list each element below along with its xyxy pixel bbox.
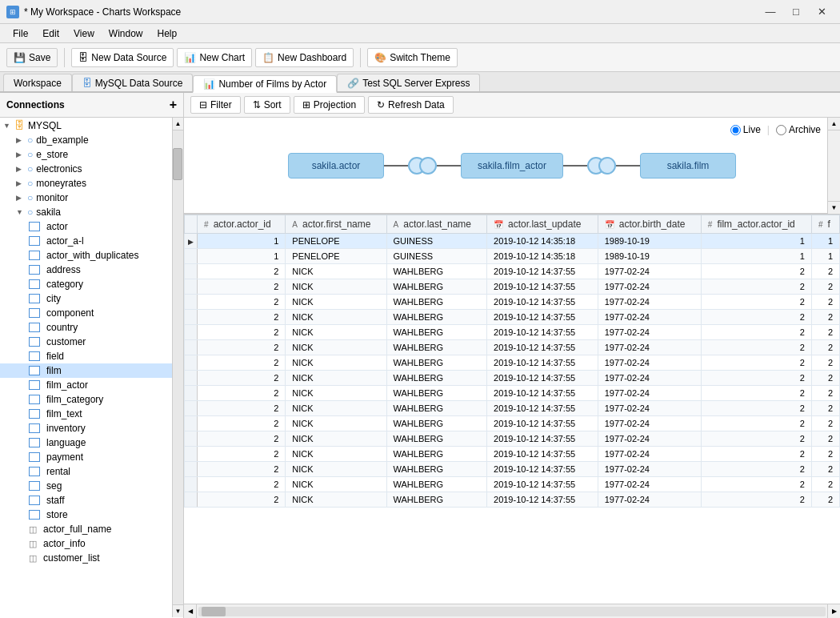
sidebar-item-actor-full-name[interactable]: ◫ actor_full_name (0, 522, 172, 536)
menu-file[interactable]: File (6, 26, 34, 41)
h-scroll-left-btn[interactable]: ◀ (184, 604, 197, 619)
refresh-button[interactable]: ↻ Refresh Data (368, 96, 454, 114)
table-cell: 2 (198, 371, 286, 386)
h-scroll-thumb[interactable] (202, 607, 226, 616)
col-header-last-update[interactable]: 📅 actor.last_update (487, 215, 598, 234)
sidebar-item-staff[interactable]: staff (0, 493, 172, 508)
projection-button[interactable]: ⊞ Projection (294, 96, 365, 114)
tab-films[interactable]: 📊 Number of Films by Actor (193, 75, 337, 93)
live-radio[interactable] (730, 125, 741, 135)
table-cell: 2 (198, 386, 286, 401)
sidebar-item-db-example[interactable]: ▶ ○ db_example (0, 133, 172, 147)
archive-radio[interactable] (776, 125, 786, 135)
sidebar-item-electronics[interactable]: ▶ ○ electronics (0, 162, 172, 176)
sidebar-item-monitor[interactable]: ▶ ○ monitor (0, 191, 172, 205)
menu-view[interactable]: View (67, 26, 101, 41)
sidebar-item-actor-with-duplicates[interactable]: actor_with_duplicates (0, 248, 172, 263)
archive-radio-label[interactable]: Archive (776, 124, 821, 135)
new-chart-button[interactable]: 📊 New Chart (177, 48, 252, 67)
projection-icon: ⊞ (302, 99, 310, 110)
table-cell: WAHLBERG (386, 310, 486, 325)
col-header-film-actor-id[interactable]: # film_actor.actor_id (701, 215, 811, 234)
table-cell: NICK (286, 462, 386, 477)
sidebar-item-film-actor[interactable]: film_actor (0, 378, 172, 392)
sidebar-item-actor-a-l[interactable]: actor_a-l (0, 234, 172, 248)
join-node-film-actor[interactable]: sakila.film_actor (461, 153, 563, 179)
col-header-last-name[interactable]: A actor.last_name (386, 215, 486, 234)
sidebar-item-film-text[interactable]: film_text (0, 407, 172, 421)
table-icon-inventory (29, 423, 40, 433)
col-header-first-name[interactable]: A actor.first_name (286, 215, 386, 234)
sidebar-item-customer[interactable]: customer (0, 335, 172, 349)
sidebar-item-city[interactable]: city (0, 291, 172, 306)
scroll-thumb[interactable] (173, 148, 182, 180)
join-node-film[interactable]: sakila.film (640, 153, 736, 179)
join-node-actor[interactable]: sakila.actor (288, 153, 384, 179)
table-cell: WAHLBERG (386, 371, 486, 386)
table-icon-customer (29, 337, 40, 347)
sidebar-item-sakila[interactable]: ▼ ○ sakila (0, 205, 172, 219)
close-button[interactable]: ✕ (810, 3, 834, 21)
save-button[interactable]: 💾 Save (6, 48, 58, 67)
table-cell: 1977-02-24 (598, 340, 701, 355)
sidebar-item-language[interactable]: language (0, 435, 172, 450)
sidebar-item-rental[interactable]: rental (0, 464, 172, 479)
h-scrollbar[interactable]: ◀ ▶ (184, 604, 840, 618)
sidebar-item-country[interactable]: country (0, 320, 172, 335)
table-cell: NICK (286, 401, 386, 416)
live-radio-label[interactable]: Live (730, 124, 761, 135)
sidebar-item-e-store[interactable]: ▶ ○ e_store (0, 147, 172, 162)
table-icon-actor-a-l (29, 236, 40, 246)
menu-help[interactable]: Help (151, 26, 184, 41)
sidebar-scrollbar[interactable]: ▲ ▼ (172, 118, 183, 617)
sidebar-item-actor-info[interactable]: ◫ actor_info (0, 536, 172, 551)
sidebar-item-film-category[interactable]: film_category (0, 392, 172, 407)
diagram-scroll-up[interactable]: ▲ (828, 118, 840, 130)
switch-theme-button[interactable]: 🎨 Switch Theme (367, 48, 458, 67)
sidebar-item-store[interactable]: store (0, 508, 172, 522)
h-scroll-right-btn[interactable]: ▶ (827, 604, 840, 619)
menu-window[interactable]: Window (102, 26, 150, 41)
col-header-actor-id[interactable]: # actor.actor_id (198, 215, 286, 234)
sort-button[interactable]: ⇅ Sort (244, 96, 290, 114)
table-cell: WAHLBERG (386, 279, 486, 295)
tab-mysql[interactable]: 🗄 MySQL Data Source (72, 74, 194, 91)
table-cell: NICK (286, 325, 386, 340)
sidebar-item-actor[interactable]: actor (0, 219, 172, 234)
minimize-button[interactable]: — (758, 3, 782, 21)
sidebar-item-film[interactable]: film (0, 363, 172, 378)
new-data-source-button[interactable]: 🗄 New Data Source (71, 48, 174, 67)
tab-test[interactable]: 🔗 Test SQL Server Express (337, 74, 480, 91)
data-grid-container[interactable]: # actor.actor_id A actor.first_name A ac… (184, 215, 840, 604)
sidebar-item-seg[interactable]: seg (0, 479, 172, 493)
table-cell: 2 (198, 310, 286, 325)
filter-button[interactable]: ⊟ Filter (190, 96, 241, 114)
sidebar-item-field[interactable]: field (0, 349, 172, 363)
scroll-up-btn[interactable]: ▲ (173, 118, 183, 130)
sidebar-item-moneyrates[interactable]: ▶ ○ moneyrates (0, 176, 172, 191)
schema-icon-monitor: ○ (27, 192, 33, 203)
expand-arrow-db-example: ▶ (16, 136, 24, 144)
sidebar-item-component[interactable]: component (0, 306, 172, 320)
sidebar-item-inventory[interactable]: inventory (0, 421, 172, 435)
sidebar-item-payment[interactable]: payment (0, 450, 172, 464)
sidebar-item-address[interactable]: address (0, 263, 172, 277)
scroll-down-btn[interactable]: ▼ (173, 604, 183, 617)
sidebar-item-category[interactable]: category (0, 277, 172, 291)
table-cell: NICK (286, 386, 386, 401)
tab-workspace[interactable]: Workspace (3, 74, 72, 91)
view-icon-customer-list: ◫ (29, 553, 37, 564)
table-icon-city (29, 294, 40, 303)
col-header-film-id[interactable]: # f (811, 215, 839, 234)
menu-edit[interactable]: Edit (36, 26, 66, 41)
table-cell: NICK (286, 416, 386, 431)
add-connection-button[interactable]: + (170, 98, 177, 112)
col-header-birth-date[interactable]: 📅 actor.birth_date (598, 215, 701, 234)
diagram-scroll-down[interactable]: ▼ (828, 201, 840, 214)
new-dashboard-button[interactable]: 📋 New Dashboard (255, 48, 354, 67)
table-icon-staff (29, 496, 40, 505)
table-cell: NICK (286, 355, 386, 371)
maximize-button[interactable]: □ (784, 3, 808, 21)
sidebar-item-mysql[interactable]: ▼ 🗄 MYSQL (0, 118, 172, 133)
sidebar-item-customer-list[interactable]: ◫ customer_list (0, 551, 172, 565)
